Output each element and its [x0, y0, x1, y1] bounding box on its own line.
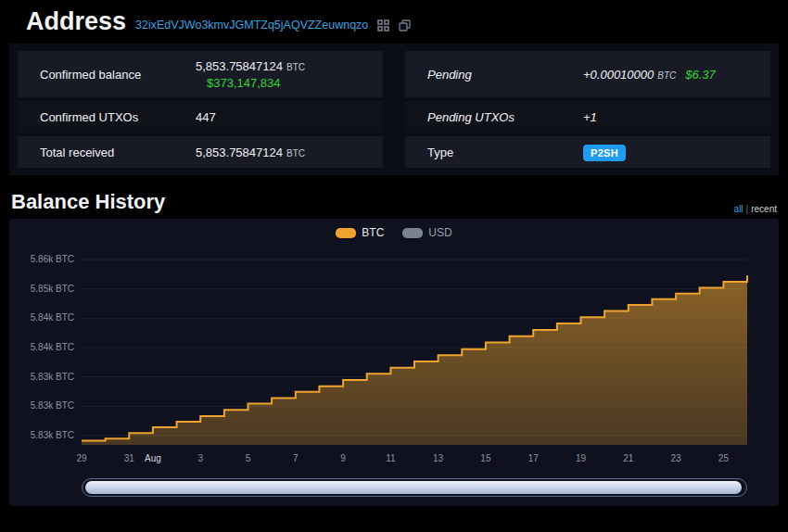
page: Address 32ixEdVJWo3kmvJGMTZq5jAQVZZeuwnq…	[0, 0, 788, 506]
header: Address 32ixEdVJWo3kmvJGMTZq5jAQVZZeuwnq…	[0, 0, 788, 40]
y-axis-label: 5.83k BTC	[31, 372, 74, 382]
x-axis-label: 3	[197, 453, 203, 463]
chart-scrollbar-handle[interactable]	[85, 481, 742, 494]
x-axis-label: 5	[246, 453, 251, 463]
row-label: Confirmed UTXOs	[18, 110, 196, 124]
legend-item-btc[interactable]: BTC	[336, 226, 384, 239]
utxo-count: 447	[196, 110, 216, 124]
row-value: 5,853.75847124BTC $373,147,834	[196, 59, 312, 90]
btc-amount: 5,853.75847124	[196, 146, 283, 159]
y-axis-label: 5.83k BTC	[31, 430, 74, 440]
btc-amount: 5,853.75847124	[196, 59, 283, 73]
summary-row-confirmed-utxos: Confirmed UTXOs 447	[18, 101, 383, 133]
x-axis-label: 31	[124, 453, 135, 463]
range-recent-link[interactable]: recent	[751, 204, 777, 214]
summary-row-type: Type P2SH	[405, 136, 770, 168]
chart-scrollbar-track[interactable]	[82, 478, 747, 497]
balance-history-header: Balance History all|recent	[0, 175, 788, 219]
row-label: Pending	[405, 68, 583, 82]
x-axis-label: 29	[76, 453, 87, 463]
address-value[interactable]: 32ixEdVJWo3kmvJGMTZq5jAQVZZeuwnqzo	[135, 19, 368, 32]
address-summary: Confirmed balance 5,853.75847124BTC $373…	[9, 44, 779, 175]
x-axis-label: 25	[718, 453, 730, 463]
btc-unit: BTC	[657, 70, 676, 81]
row-label: Total received	[18, 146, 196, 159]
pending-utxo-count: +1	[583, 110, 597, 124]
x-axis-label: 15	[480, 453, 491, 463]
btc-unit: BTC	[286, 62, 305, 72]
x-axis-label: 11	[386, 453, 396, 463]
range-all-link[interactable]: all	[734, 204, 744, 214]
pending-btc-amount: +0.00010000	[583, 68, 654, 82]
range-selector: all|recent	[734, 204, 777, 214]
x-axis-label: 19	[576, 453, 587, 463]
address-type-badge: P2SH	[583, 145, 626, 161]
btc-unit: BTC	[286, 148, 305, 158]
x-axis-label: 17	[528, 453, 540, 463]
y-axis-label: 5.85k BTC	[31, 284, 74, 294]
x-axis-label: 13	[433, 453, 444, 463]
y-axis-label: 5.84k BTC	[31, 312, 74, 323]
usd-swatch	[402, 228, 423, 238]
y-axis-label: 5.84k BTC	[31, 342, 74, 352]
x-axis-label: 23	[671, 453, 682, 463]
btc-swatch	[336, 228, 356, 238]
balance-history-title: Balance History	[11, 190, 165, 214]
range-separator: |	[746, 204, 749, 214]
x-axis-label: Aug	[145, 453, 161, 463]
legend-item-usd[interactable]: USD	[402, 226, 451, 239]
legend-label-usd: USD	[428, 226, 451, 239]
row-label: Confirmed balance	[18, 68, 196, 82]
summary-row-pending: Pending +0.00010000BTC$6.37	[405, 51, 770, 97]
y-axis-label: 5.83k BTC	[31, 400, 74, 411]
summary-row-pending-utxos: Pending UTXOs +1	[405, 101, 770, 133]
usd-amount: $373,147,834	[196, 76, 305, 90]
chart-legend: BTC USD	[17, 222, 771, 243]
summary-row-total-received: Total received 5,853.75847124BTC	[18, 136, 383, 168]
x-axis-label: 21	[623, 453, 634, 463]
x-axis-label: 9	[340, 453, 346, 463]
pending-usd-amount: $6.37	[685, 68, 716, 82]
balance-area	[82, 275, 747, 445]
row-label: Pending UTXOs	[405, 110, 583, 124]
summary-right-column: Pending +0.00010000BTC$6.37 Pending UTXO…	[405, 51, 770, 168]
page-title: Address	[26, 9, 126, 34]
summary-left-column: Confirmed balance 5,853.75847124BTC $373…	[18, 51, 383, 168]
y-axis-label: 5.86k BTC	[31, 254, 74, 264]
copy-icon[interactable]	[399, 19, 411, 32]
balance-history-panel: BTC USD 5.86k BTC5.85k BTC5.84k BTC5.84k…	[9, 219, 779, 506]
balance-history-chart[interactable]: 5.86k BTC5.85k BTC5.84k BTC5.84k BTC5.83…	[17, 243, 771, 475]
qr-code-icon[interactable]	[377, 19, 389, 32]
x-axis-label: 7	[293, 453, 299, 463]
row-label: Type	[405, 146, 583, 159]
summary-row-confirmed-balance: Confirmed balance 5,853.75847124BTC $373…	[18, 51, 383, 97]
legend-label-btc: BTC	[362, 226, 384, 239]
